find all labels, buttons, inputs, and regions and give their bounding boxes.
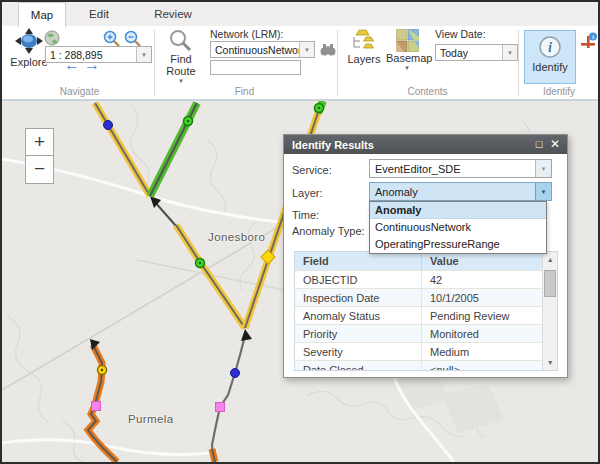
basemap-button[interactable]: Basemap ▼ [386, 29, 428, 71]
yellow-ring-marker [98, 366, 107, 375]
layer-option-continuousnetwork[interactable]: ContinuousNetwork [370, 219, 546, 236]
service-dropdown-button[interactable]: ▼ [535, 160, 551, 177]
blue-point-marker [231, 369, 240, 378]
route-search-input[interactable] [210, 60, 301, 75]
full-extent-globe-icon[interactable] [44, 30, 60, 46]
service-value: EventEditor_SDE [370, 160, 535, 177]
tab-edit-label: Edit [89, 8, 109, 20]
scroll-down-button[interactable]: ▼ [543, 359, 557, 366]
place-label-jonesboro: Jonesboro [208, 231, 265, 243]
layers-label: Layers [345, 53, 383, 65]
table-row[interactable]: Priority Monitored [295, 324, 542, 342]
chevron-down-icon: ▼ [541, 166, 547, 172]
identify-button[interactable]: i Identify [524, 30, 576, 84]
scroll-down-icon: ▼ [547, 359, 554, 366]
dialog-title: Identify Results [284, 139, 531, 151]
find-route-caret-icon: ▼ [162, 78, 200, 84]
explore-label: Explore [8, 56, 50, 68]
pink-square-marker [216, 403, 225, 412]
green-point-marker [184, 117, 193, 126]
close-icon: ✕ [550, 137, 560, 151]
table-row[interactable]: OBJECTID 42 [295, 270, 542, 288]
blue-point-marker [104, 121, 113, 130]
table-row[interactable]: Severity Medium [295, 342, 542, 360]
find-route-magnifier-icon [169, 29, 193, 53]
app-window: Map Edit Review Explore [0, 0, 600, 464]
layers-button[interactable]: Layers [345, 29, 383, 65]
find-group-label: Find [197, 86, 292, 97]
layer-label: Layer: [292, 187, 323, 199]
layer-value: Anomaly [370, 183, 535, 200]
ribbon: Explore ← → 1 : 288,895 ▼ [2, 26, 598, 99]
service-label: Service: [292, 164, 332, 176]
attributes-table: Field Value OBJECTID 42 Inspection Date … [294, 251, 558, 371]
tab-review[interactable]: Review [148, 2, 198, 26]
dialog-titlebar[interactable]: Identify Results □ ✕ [284, 135, 567, 154]
dialog-close-button[interactable]: ✕ [547, 135, 563, 154]
anomaly-type-label: Anomaly Type: [292, 225, 365, 237]
group-separator [337, 30, 338, 96]
layer-option-operatingpressurerange[interactable]: OperatingPressureRange [370, 236, 546, 253]
identify-route-location-icon[interactable]: i [580, 32, 598, 52]
identify-icon: i [538, 35, 562, 59]
basemap-caret-icon: ▼ [386, 65, 428, 71]
svg-text:i: i [548, 40, 552, 55]
find-route-button[interactable]: Find Route ▼ [162, 29, 200, 84]
view-date-label: View Date: [435, 28, 486, 40]
table-header-row: Field Value [295, 252, 542, 270]
maximize-icon: □ [536, 138, 543, 150]
view-date-combo[interactable]: Today ▼ [435, 44, 518, 61]
basemap-label: Basemap [386, 52, 428, 64]
route-search-value [211, 61, 300, 74]
table-row[interactable]: Anomaly Status Pending Review [295, 306, 542, 324]
service-combo[interactable]: EventEditor_SDE ▼ [369, 159, 552, 178]
chevron-down-icon: ▼ [541, 189, 547, 195]
layer-combo[interactable]: Anomaly ▼ [369, 182, 552, 201]
dialog-maximize-button[interactable]: □ [531, 135, 547, 154]
group-separator [154, 30, 155, 96]
layer-option-anomaly[interactable]: Anomaly [370, 202, 546, 219]
scroll-up-button[interactable]: ▲ [543, 256, 557, 263]
explore-icon [15, 28, 43, 56]
scroll-up-icon: ▲ [547, 256, 554, 263]
scale-dropdown-button[interactable]: ▼ [136, 47, 151, 62]
chevron-down-icon: ▼ [304, 47, 310, 53]
chevron-down-icon: ▼ [507, 50, 513, 56]
green-point-marker [315, 104, 324, 113]
map-scale-combo[interactable]: 1 : 288,895 ▼ [45, 46, 152, 63]
network-dropdown-button[interactable]: ▼ [299, 42, 314, 57]
tab-review-label: Review [154, 8, 192, 20]
tab-map[interactable]: Map [18, 2, 66, 27]
place-label-purmela: Purmela [128, 413, 174, 425]
time-label: Time: [292, 209, 319, 221]
plus-icon: + [34, 131, 45, 152]
navigate-group-label: Navigate [32, 86, 127, 97]
view-date-dropdown-button[interactable]: ▼ [502, 45, 517, 60]
column-header-value[interactable]: Value [422, 252, 542, 270]
map-zoom-out-button[interactable]: − [25, 156, 54, 184]
table-scrollbar[interactable]: ▲ ▼ [542, 252, 557, 370]
table-row[interactable]: Date Closed <null> [295, 360, 542, 371]
network-lrm-value: ContinuousNetwork [211, 42, 299, 57]
map-zoom-in-button[interactable]: + [25, 128, 54, 156]
network-lrm-combo[interactable]: ContinuousNetwork ▼ [210, 41, 315, 58]
layer-dropdown-list: Anomaly ContinuousNetwork OperatingPress… [369, 201, 547, 254]
tab-map-label: Map [31, 9, 53, 21]
identify-group-label: Identify [518, 86, 600, 97]
column-header-field[interactable]: Field [295, 252, 422, 270]
table-row[interactable]: Inspection Date 10/1/2005 [295, 288, 542, 306]
network-lrm-label: Network (LRM): [210, 28, 284, 40]
map-scale-value: 1 : 288,895 [46, 47, 136, 62]
basemap-icon [396, 29, 419, 52]
layers-icon [351, 29, 377, 53]
find-binoculars-icon[interactable] [320, 42, 336, 57]
green-point-marker [196, 259, 205, 268]
chevron-down-icon: ▼ [141, 52, 147, 58]
tab-edit[interactable]: Edit [76, 2, 122, 26]
layer-dropdown-button[interactable]: ▼ [535, 183, 551, 200]
identify-results-dialog: Identify Results □ ✕ Service: EventEdito… [283, 134, 568, 378]
identify-label: Identify [525, 61, 575, 73]
scrollbar-thumb[interactable] [544, 270, 556, 297]
ribbon-tab-row: Map Edit Review [2, 2, 598, 26]
find-route-label2: Route [162, 65, 200, 77]
